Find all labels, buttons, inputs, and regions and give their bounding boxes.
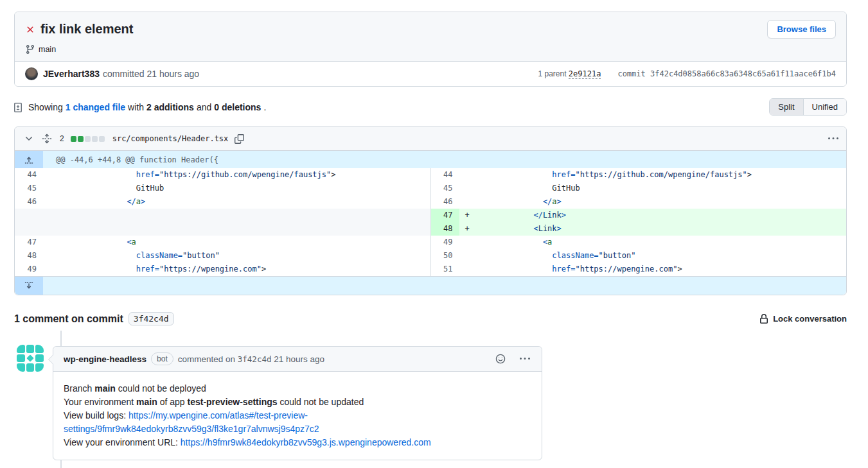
line-number[interactable]: 44 — [15, 168, 43, 182]
committer-row: JEverhart383 committed 21 hours ago 1 pa… — [15, 62, 846, 86]
git-branch-icon — [25, 44, 35, 55]
comment-thread: wp-engine-headless bot commented on 3f42… — [14, 343, 847, 460]
comment-body: Branch main could not be deployedYour en… — [53, 372, 542, 460]
period: . — [263, 102, 266, 112]
line-number[interactable]: 47 — [431, 209, 459, 222]
lock-label: Lock conversation — [773, 314, 847, 324]
comment-line: View build logs: https://my.wpengine.com… — [64, 409, 531, 436]
showing-text: Showing — [28, 102, 63, 112]
file-diff-icon — [14, 102, 24, 112]
expand-up-icon — [24, 155, 34, 165]
expand-down-button[interactable] — [15, 277, 43, 295]
code-line: </a> — [459, 195, 847, 209]
chevron-down-icon — [24, 134, 34, 144]
diff-row: 44 href="https://github.com/wpengine/fau… — [15, 168, 846, 182]
code-line: GitHub — [43, 182, 430, 195]
author-login[interactable]: JEverhart383 — [43, 69, 100, 79]
meta-sha-link[interactable]: 3f42c4d — [238, 354, 272, 364]
lock-conversation-button[interactable]: Lock conversation — [759, 314, 847, 324]
commit-sha-chip[interactable]: 3f42c4d — [128, 312, 174, 325]
hunk-header-row: @@ -44,6 +44,8 @@ function Header({ — [15, 151, 846, 168]
line-number[interactable]: 46 — [431, 195, 459, 209]
comment-author[interactable]: wp-engine-headless — [64, 354, 146, 364]
browse-files-button[interactable]: Browse files — [767, 20, 836, 39]
hunk-header-text: @@ -44,6 +44,8 @@ function Header({ — [43, 151, 218, 168]
smiley-icon — [495, 354, 506, 364]
diff-row: 48 className="button"50 className="butto… — [15, 249, 846, 263]
comment-link[interactable]: https://h9fmr9wk84edokyrb8zvv59g3.js.wpe… — [181, 437, 431, 447]
line-number[interactable]: 48 — [15, 249, 43, 263]
code-line: href="https://wpengine.com"> — [459, 263, 847, 276]
comment-card: wp-engine-headless bot commented on 3f42… — [53, 346, 542, 460]
with-text: with — [128, 102, 144, 112]
expand-all-hunks-button[interactable] — [40, 132, 53, 145]
and-text: and — [197, 102, 211, 112]
add-reaction-button[interactable] — [494, 352, 507, 365]
commit-page: fix link element Browse files main JEver… — [0, 0, 868, 460]
branch-name[interactable]: main — [39, 45, 56, 54]
copy-path-button[interactable] — [233, 133, 245, 145]
full-commit-sha: commit 3f42c4d0858a66c83a6348c65a61f11aa… — [617, 69, 836, 78]
diff-card: 2 src/components/Header.tsx — [14, 126, 847, 295]
changed-file-link[interactable]: 1 changed file — [66, 102, 125, 112]
hunk-footer-row — [15, 276, 846, 295]
unified-view-button[interactable]: Unified — [804, 99, 846, 115]
file-header: 2 src/components/Header.tsx — [15, 127, 846, 151]
line-number[interactable]: 45 — [15, 182, 43, 195]
collapse-file-button[interactable] — [22, 132, 35, 145]
line-number[interactable]: 45 — [431, 182, 459, 195]
diff-row: 49 href="https://wpengine.com">51 href="… — [15, 263, 846, 276]
meta-time[interactable]: 21 hours ago — [274, 354, 324, 364]
code-line: <a — [43, 236, 430, 249]
comment-line: View your environment URL: https://h9fmr… — [64, 436, 531, 449]
comments-heading-row: 1 comment on commit 3f42c4d Lock convers… — [14, 312, 847, 325]
comment-line: Your environment main of app test-previe… — [64, 395, 531, 409]
line-number[interactable]: 49 — [15, 263, 43, 276]
diff-view-toggle: Split Unified — [769, 98, 847, 116]
bot-avatar[interactable] — [15, 343, 45, 373]
diff-row: 46 </a>46 </a> — [15, 195, 846, 209]
comment-options-button[interactable] — [518, 352, 531, 365]
diff-rows: 44 href="https://github.com/wpengine/fau… — [15, 168, 846, 276]
comment-meta: commented on 3f42c4d 21 hours ago — [178, 354, 324, 364]
line-number[interactable]: 44 — [431, 168, 459, 182]
diffstat-squares — [71, 136, 105, 142]
kebab-icon — [828, 134, 838, 144]
diff-row: 48+ <Link> — [15, 222, 846, 236]
status-failed-x-icon — [25, 24, 35, 35]
line-number[interactable]: 50 — [431, 249, 459, 263]
line-number[interactable]: 49 — [431, 236, 459, 249]
line-number[interactable]: 51 — [431, 263, 459, 276]
deletions-count: 0 deletions — [214, 102, 261, 112]
line-number[interactable]: 47 — [15, 236, 43, 249]
summary-bar: Showing 1 changed file with 2 additions … — [14, 98, 847, 116]
author-avatar[interactable] — [25, 67, 38, 80]
file-options-button[interactable] — [827, 132, 840, 145]
parent-info: 1 parent 2e9121a — [538, 69, 601, 78]
line-number[interactable]: 48 — [431, 222, 459, 236]
comment-header: wp-engine-headless bot commented on 3f42… — [53, 347, 542, 372]
comment-line: Branch main could not be deployed — [64, 382, 531, 395]
file-changes-count: 2 — [60, 134, 64, 143]
code-line: <a — [459, 236, 847, 249]
file-path[interactable]: src/components/Header.tsx — [112, 134, 229, 143]
comments-heading: 1 comment on commit 3f42c4d — [14, 312, 174, 325]
expand-up-button[interactable] — [15, 151, 43, 168]
code-line: href="https://github.com/wpengine/faustj… — [459, 168, 847, 182]
diff-row: 45 GitHub45 GitHub — [15, 182, 846, 195]
split-view-button[interactable]: Split — [770, 99, 803, 115]
meta-action: commented on — [178, 354, 235, 364]
code-line: className="button" — [43, 249, 430, 263]
code-line: </a> — [43, 195, 430, 209]
line-number[interactable]: 46 — [15, 195, 43, 209]
unfold-icon — [42, 134, 52, 144]
diff-empty-cell — [15, 222, 431, 236]
parent-label: 1 parent — [538, 69, 566, 78]
kebab-icon — [520, 354, 530, 364]
copy-icon — [235, 134, 244, 144]
diff-row: 47+ </Link> — [15, 209, 846, 222]
parent-sha-link[interactable]: 2e9121a — [569, 69, 601, 79]
commit-header-card: fix link element Browse files main JEver… — [14, 12, 847, 87]
diff-row: 47 <a49 <a — [15, 236, 846, 249]
additions-count: 2 additions — [146, 102, 194, 112]
